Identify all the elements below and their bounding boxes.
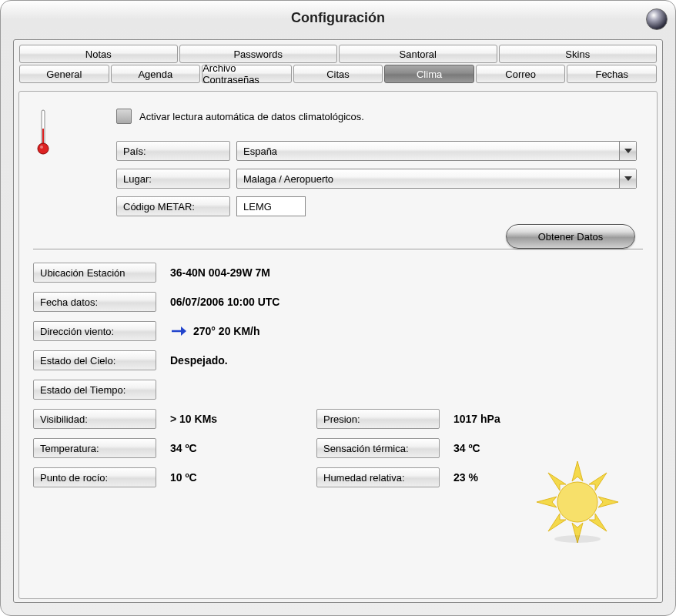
temperature-label: Temperatura:	[33, 438, 156, 458]
auto-read-label: Activar lectura automática de datos clim…	[139, 111, 364, 122]
humidity-label: Humedad relativa:	[316, 467, 440, 487]
window-title: Configuración	[291, 10, 385, 26]
sun-icon	[535, 460, 620, 544]
visibility-label: Visibilidad:	[33, 409, 156, 429]
wind-dir-label: Dirección viento:	[33, 321, 156, 341]
top-tab-row: Notas Passwords Santoral Skins	[18, 45, 658, 63]
config-window: Configuración Notas Passwords Santoral S…	[0, 0, 676, 616]
clima-panel: Activar lectura automática de datos clim…	[18, 91, 658, 599]
tab-notas[interactable]: Notas	[19, 45, 178, 63]
divider	[33, 249, 643, 250]
auto-read-checkbox[interactable]	[116, 109, 132, 124]
location-form: País: España Lugar: Malaga / Aeropuerto	[116, 141, 643, 216]
pressure-value: 1017 hPa	[453, 413, 569, 425]
tab-archivo-contrasenas[interactable]: Archivo Contraseñas	[202, 65, 292, 83]
place-value: Malaga / Aeropuerto	[243, 173, 333, 185]
svg-point-14	[554, 535, 601, 543]
tab-passwords[interactable]: Passwords	[179, 45, 338, 63]
svg-marker-5	[572, 461, 583, 481]
metar-input[interactable]: LEMG	[236, 196, 306, 216]
tab-correo[interactable]: Correo	[476, 65, 566, 83]
place-label: Lugar:	[116, 169, 230, 189]
titlebar: Configuración	[1, 1, 675, 35]
weather-data-grid: Ubicación Estación 36-40N 004-29W 7M Fec…	[33, 263, 643, 487]
dew-value: 10 ºC	[170, 471, 309, 484]
get-data-button[interactable]: Obtener Datos	[506, 224, 635, 249]
tab-agenda[interactable]: Agenda	[111, 65, 201, 83]
arrow-right-icon	[170, 323, 187, 340]
tab-clima[interactable]: Clima	[384, 65, 474, 83]
tab-fechas[interactable]: Fechas	[567, 65, 657, 83]
temperature-value: 34 ºC	[170, 442, 309, 454]
feels-value: 34 ºC	[453, 442, 569, 454]
chevron-down-icon[interactable]	[619, 142, 636, 160]
dew-label: Punto de rocío:	[33, 467, 156, 487]
tab-skins[interactable]: Skins	[499, 45, 658, 63]
pressure-label: Presion:	[316, 409, 440, 429]
wind-dir-value: 270° 20 KM/h	[170, 323, 569, 340]
sky-label: Estado del Cielo:	[33, 350, 156, 370]
country-select[interactable]: España	[236, 141, 637, 161]
date-value: 06/07/2006 10:00 UTC	[170, 296, 569, 308]
visibility-value: > 10 KMs	[170, 413, 309, 425]
chevron-down-icon[interactable]	[619, 169, 636, 188]
country-label: País:	[116, 141, 230, 161]
tab-general[interactable]: General	[19, 65, 109, 83]
wind-dir-text: 270° 20 KM/h	[193, 325, 260, 337]
station-loc-label: Ubicación Estación	[33, 263, 156, 283]
metar-value: LEMG	[243, 201, 272, 213]
place-select[interactable]: Malaga / Aeropuerto	[236, 169, 637, 189]
weather-state-label: Estado del Tiempo:	[33, 380, 156, 400]
auto-read-row: Activar lectura automática de datos clim…	[116, 105, 643, 127]
sky-value: Despejado.	[170, 354, 569, 367]
svg-marker-8	[598, 497, 618, 507]
get-data-label: Obtener Datos	[538, 231, 604, 243]
tab-citas[interactable]: Citas	[293, 65, 383, 83]
country-value: España	[243, 146, 277, 157]
svg-point-13	[557, 482, 597, 522]
station-loc-value: 36-40N 004-29W 7M	[170, 266, 569, 279]
metar-label: Código METAR:	[116, 196, 230, 216]
content-frame: Notas Passwords Santoral Skins General A…	[13, 39, 663, 603]
svg-marker-7	[537, 497, 557, 507]
feels-label: Sensación térmica:	[316, 438, 440, 458]
svg-point-3	[40, 146, 43, 149]
date-label: Fecha datos:	[33, 292, 156, 312]
svg-point-2	[38, 143, 49, 154]
thermometer-icon	[36, 109, 50, 156]
bottom-tab-row: General Agenda Archivo Contraseñas Citas…	[18, 65, 658, 83]
tab-santoral[interactable]: Santoral	[339, 45, 497, 63]
close-icon[interactable]	[646, 8, 668, 30]
